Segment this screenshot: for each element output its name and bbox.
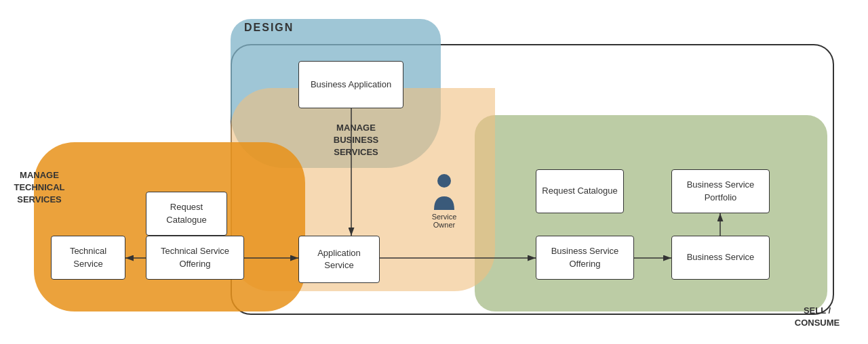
business-application-box: Business Application (298, 61, 403, 108)
business-service-portfolio-box: Business Service Portfolio (671, 169, 770, 213)
application-service-box: Application Service (298, 236, 380, 283)
service-owner-label: Service Owner (420, 213, 468, 229)
request-catalogue-left-box: Request Catalogue (146, 192, 227, 236)
design-label: DESIGN (244, 22, 294, 34)
business-service-offering-box: Business Service Offering (536, 236, 634, 280)
manage-technical-label: MANAGE TECHNICAL SERVICES (12, 169, 66, 207)
service-owner-icon: Service Owner (420, 173, 468, 229)
manage-business-label: MANAGE BUSINESS SERVICES (326, 122, 387, 159)
technical-service-offering-box: Technical Service Offering (146, 236, 244, 280)
svg-point-0 (437, 174, 451, 188)
request-catalogue-right-box: Request Catalogue (536, 169, 624, 213)
sell-consume-region (475, 115, 827, 311)
business-service-box: Business Service (671, 236, 770, 280)
sell-consume-label: SELL / CONSUME (790, 305, 844, 329)
diagram-container: DESIGN MANAGE TECHNICAL SERVICES MANAGE … (0, 0, 868, 344)
technical-service-box: Technical Service (51, 236, 125, 280)
